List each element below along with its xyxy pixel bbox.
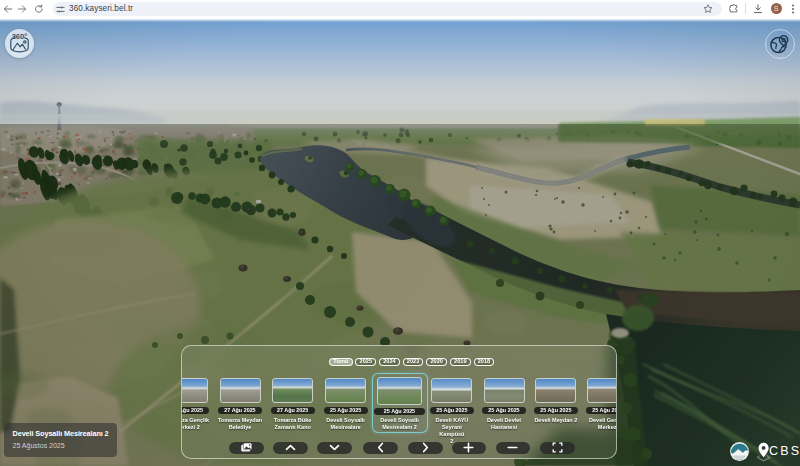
svg-text:360°: 360° — [11, 31, 27, 40]
